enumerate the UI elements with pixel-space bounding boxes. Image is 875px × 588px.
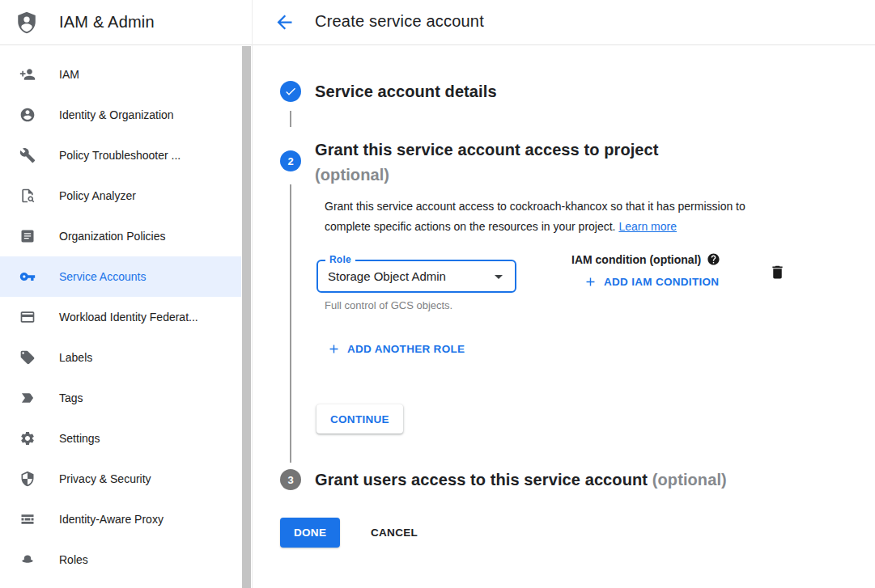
step-connector-line xyxy=(290,111,291,127)
sidebar-item-label: Settings xyxy=(59,432,100,445)
step2-number: 2 xyxy=(287,155,293,167)
delete-role-button[interactable] xyxy=(767,264,787,283)
sidebar-item-label: Identity & Organization xyxy=(59,108,174,121)
sidebar-item-organization-policies[interactable]: Organization Policies xyxy=(0,216,241,256)
person-add-icon xyxy=(19,66,36,82)
plus-icon xyxy=(584,275,597,289)
add-another-role-button[interactable]: ADD ANOTHER ROLE xyxy=(327,342,465,356)
iam-condition-label: IAM condition (optional) xyxy=(571,252,720,266)
sidebar-item-identity-aware-proxy[interactable]: Identity-Aware Proxy xyxy=(0,499,241,539)
scrollbar-thumb[interactable] xyxy=(242,46,251,588)
sidebar-item-label: Policy Analyzer xyxy=(59,189,136,202)
privacy-shield-icon xyxy=(19,471,36,487)
sidebar-item-service-accounts[interactable]: Service Accounts xyxy=(0,256,241,297)
sidebar-item-label: Roles xyxy=(59,553,88,566)
sidebar-item-iam[interactable]: IAM xyxy=(0,54,241,95)
sidebar-item-roles[interactable]: Roles xyxy=(0,539,241,580)
step3-indicator: 3 xyxy=(280,469,301,490)
iap-icon xyxy=(19,511,36,527)
plus-icon xyxy=(327,342,341,356)
page-header: Create service account xyxy=(253,0,875,45)
step1-title: Service account details xyxy=(315,82,497,101)
sidebar-scrollbar[interactable] xyxy=(241,46,252,588)
identity-person-icon xyxy=(19,107,36,123)
arrow-back-icon xyxy=(274,11,295,33)
step1-indicator xyxy=(280,81,301,102)
sidebar-item-label: Identity-Aware Proxy xyxy=(59,513,164,526)
role-select[interactable]: Role Storage Object Admin xyxy=(316,260,516,293)
sidebar-nav: IAM Identity & Organization Policy Troub… xyxy=(0,46,241,580)
tags-arrow-icon xyxy=(19,390,36,406)
sidebar-item-label: Organization Policies xyxy=(59,230,166,243)
step2-description: Grant this service account access to coc… xyxy=(325,197,794,237)
dropdown-caret-icon xyxy=(489,267,508,286)
sidebar-item-label: Privacy & Security xyxy=(59,472,151,485)
sidebar-item-label: Tags xyxy=(59,391,83,404)
sidebar-item-privacy-security[interactable]: Privacy & Security xyxy=(0,459,241,499)
sidebar-item-tags[interactable]: Tags xyxy=(0,378,241,418)
step2-optional-label: (optional) xyxy=(315,163,659,188)
sidebar-item-policy-analyzer[interactable]: Policy Analyzer xyxy=(0,176,241,216)
step3-title: Grant users access to this service accou… xyxy=(315,471,727,489)
role-field-label: Role xyxy=(325,254,355,265)
main-panel: Create service account Service account d… xyxy=(252,0,875,588)
continue-button[interactable]: CONTINUE xyxy=(316,404,403,434)
trash-icon xyxy=(769,264,786,281)
policy-analyzer-icon xyxy=(19,188,36,204)
app-window: IAM & Admin IAM Identity & Organization … xyxy=(0,0,875,588)
help-icon[interactable] xyxy=(707,252,720,266)
sidebar-item-labels[interactable]: Labels xyxy=(0,337,241,378)
step3-optional-label: (optional) xyxy=(652,471,727,489)
label-tag-icon xyxy=(19,349,36,366)
step3-number: 3 xyxy=(287,474,293,486)
sidebar-title: IAM & Admin xyxy=(59,13,155,32)
step2-indicator: 2 xyxy=(280,150,301,171)
iam-shield-logo-icon xyxy=(15,11,39,35)
roles-hat-icon xyxy=(19,552,36,568)
sidebar-header: IAM & Admin xyxy=(0,0,252,45)
step2-title-text: Grant this service account access to pro… xyxy=(315,137,659,163)
service-account-key-icon xyxy=(19,269,36,285)
add-iam-condition-button[interactable]: ADD IAM CONDITION xyxy=(584,275,719,289)
gear-icon xyxy=(19,430,36,446)
cancel-button[interactable]: CANCEL xyxy=(361,518,427,548)
sidebar-item-label: Service Accounts xyxy=(59,270,146,283)
role-helper-text: Full control of GCS objects. xyxy=(325,299,452,311)
sidebar-item-label: Labels xyxy=(59,351,92,364)
learn-more-link[interactable]: Learn more xyxy=(618,220,677,233)
sidebar-item-settings[interactable]: Settings xyxy=(0,418,241,459)
done-button[interactable]: DONE xyxy=(280,518,340,548)
workload-identity-card-icon xyxy=(19,309,36,325)
step-connector-line xyxy=(290,184,291,463)
check-icon xyxy=(284,85,297,98)
sidebar-item-label: Workload Identity Federat... xyxy=(59,311,198,324)
step2-title: Grant this service account access to pro… xyxy=(315,137,659,188)
sidebar-item-identity-organization[interactable]: Identity & Organization xyxy=(0,95,241,135)
org-policies-doc-icon xyxy=(19,228,36,244)
sidebar: IAM & Admin IAM Identity & Organization … xyxy=(0,0,252,588)
wrench-icon xyxy=(19,147,36,163)
sidebar-item-policy-troubleshooter[interactable]: Policy Troubleshooter ... xyxy=(0,135,241,176)
sidebar-item-label: Policy Troubleshooter ... xyxy=(59,149,181,162)
back-button[interactable] xyxy=(273,11,295,34)
sidebar-item-workload-identity-federat[interactable]: Workload Identity Federat... xyxy=(0,297,241,337)
sidebar-item-label: IAM xyxy=(59,68,79,81)
role-selected-value: Storage Object Admin xyxy=(328,269,446,283)
page-title: Create service account xyxy=(315,12,484,31)
